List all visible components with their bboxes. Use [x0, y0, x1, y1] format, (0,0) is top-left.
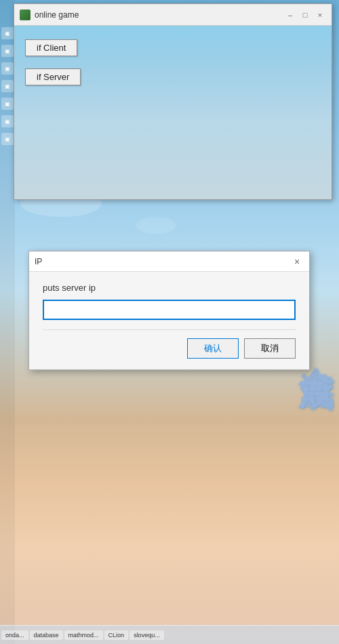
if-client-button[interactable]: if Client	[25, 39, 77, 56]
sidebar-icon-3[interactable]: ▣	[1, 62, 14, 75]
sidebar-icon-6[interactable]: ▣	[1, 115, 14, 127]
ip-dialog: IP × puts server ip 确认 取消	[28, 251, 310, 370]
desktop: ▣ ▣ ▣ ▣ ▣ ▣ ▣ 金点游戏 online game – □ × if …	[0, 0, 339, 644]
taskbar-item-0[interactable]: onda...	[1, 630, 28, 640]
taskbar-item-4[interactable]: slovequ...	[129, 630, 164, 640]
dialog-close-button[interactable]: ×	[290, 255, 304, 268]
sidebar-icon-4[interactable]: ▣	[1, 80, 14, 92]
taskbar-item-1[interactable]: database	[30, 630, 63, 640]
window-content: if Client if Server	[14, 26, 332, 104]
window-title: online game	[35, 10, 284, 20]
app-window-icon	[20, 9, 31, 20]
if-server-button[interactable]: if Server	[25, 68, 81, 85]
maximize-button[interactable]: □	[299, 9, 311, 21]
confirm-button[interactable]: 确认	[187, 338, 239, 359]
cancel-button[interactable]: 取消	[244, 338, 296, 359]
dialog-title: IP	[35, 257, 290, 266]
ip-input[interactable]	[43, 300, 296, 320]
sidebar-icon-7[interactable]: ▣	[1, 133, 14, 145]
sidebar-icon-1[interactable]: ▣	[1, 27, 14, 39]
dialog-separator	[43, 329, 296, 330]
window-titlebar: online game – □ ×	[14, 4, 332, 26]
dialog-body: puts server ip 确认 取消	[29, 272, 309, 369]
left-sidebar: ▣ ▣ ▣ ▣ ▣ ▣ ▣	[0, 0, 15, 644]
close-button[interactable]: ×	[314, 9, 326, 21]
taskbar-item-2[interactable]: mathmod...	[64, 630, 103, 640]
dialog-titlebar: IP ×	[29, 251, 309, 272]
minimize-button[interactable]: –	[284, 9, 296, 21]
taskbar-bottom: onda... database mathmod... CLion sloveq…	[0, 625, 339, 644]
sidebar-icon-5[interactable]: ▣	[1, 98, 14, 110]
dialog-label: puts server ip	[43, 283, 296, 293]
dialog-buttons: 确认 取消	[43, 338, 296, 361]
app-window: online game – □ × if Client if Server	[14, 3, 332, 200]
window-controls: – □ ×	[284, 9, 326, 21]
taskbar-item-3[interactable]: CLion	[104, 630, 129, 640]
sidebar-icon-2[interactable]: ▣	[1, 45, 14, 57]
